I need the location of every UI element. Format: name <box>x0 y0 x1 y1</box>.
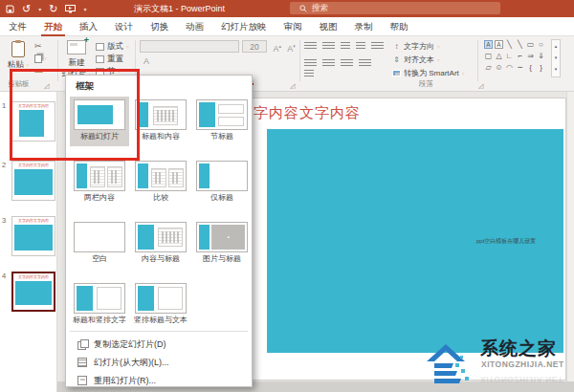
slide-thumbnail-3[interactable]: 3 文字内容文字内容 <box>11 216 55 256</box>
shrink-font-button[interactable]: A▾ <box>287 40 296 55</box>
layout-option-content-with-caption[interactable]: 内容与标题 <box>131 219 190 269</box>
down-arrow-shape-icon[interactable]: ⇓ <box>536 51 546 62</box>
font-name-combo[interactable] <box>140 40 239 53</box>
curve-shape-icon[interactable]: ∼ <box>515 62 525 74</box>
tab-file[interactable]: 文件 <box>0 17 35 36</box>
annotation-highlight-rectangle <box>10 69 140 161</box>
paragraph-group <box>304 40 390 67</box>
watermark-domain: XITONGZHIJIA.NET <box>481 359 564 369</box>
tab-design[interactable]: 设计 <box>106 17 142 36</box>
tab-help[interactable]: 帮助 <box>382 17 417 36</box>
layout-option-two-content[interactable]: 两栏内容 <box>70 158 129 207</box>
tab-view[interactable]: 视图 <box>311 17 346 36</box>
copy-button[interactable]: ▾ <box>34 52 55 63</box>
tab-animations[interactable]: 动画 <box>177 17 212 36</box>
shapes-scroll-arrows[interactable]: ▴ ▾ ▾ <box>551 39 561 77</box>
slide-note-text[interactable]: ppt空白模板在哪儿设置 <box>476 238 538 245</box>
layout-option-picture-with-caption[interactable]: 图片与标题 <box>192 219 252 269</box>
triangle-shape-icon[interactable]: △ <box>494 51 504 62</box>
reuse-slides-icon <box>77 376 87 385</box>
layout-thumb <box>135 161 187 191</box>
reset-button[interactable]: 重置 <box>96 53 132 65</box>
increase-indent-icon[interactable] <box>356 42 365 51</box>
thumb-cyan-block <box>14 225 53 250</box>
arc-shape-icon[interactable]: ◠ <box>504 62 515 74</box>
slides-from-outline-item[interactable]: 幻灯片(从大纲)(L)... <box>66 354 254 371</box>
layout-option-blank[interactable]: 空白 <box>70 219 129 269</box>
thumb-cyan-block <box>14 169 53 195</box>
arrow-line-shape-icon[interactable]: ╲ <box>515 39 525 51</box>
layout-option-title-vertical-text[interactable]: 标题和竖排文字 <box>70 280 129 330</box>
tab-record[interactable]: 录制 <box>346 17 382 36</box>
paragraph-group-label: 段落 <box>419 79 433 89</box>
tab-insert[interactable]: 插入 <box>71 17 106 36</box>
right-brace-shape-icon[interactable]: } <box>536 62 546 74</box>
copy-icon <box>34 54 42 63</box>
tab-home[interactable]: 开始 <box>35 17 71 36</box>
font-dialog-launcher[interactable]: ◿ <box>290 82 295 90</box>
text-direction-button[interactable]: ↕文字方向▾ <box>392 39 476 53</box>
connector-shape-icon[interactable]: ⌐ <box>515 51 525 62</box>
undo-caret-icon[interactable]: ▾ <box>38 6 41 12</box>
line-shape-icon[interactable]: ╲ <box>504 39 515 51</box>
layout-option-section-header[interactable]: 节标题 <box>192 97 252 146</box>
slide-cyan-block[interactable]: ppt空白模板在哪儿设置 <box>267 129 563 353</box>
slideshow-icon[interactable] <box>65 5 76 13</box>
columns-icon[interactable] <box>304 70 314 78</box>
qat-customize-icon[interactable]: ▾ <box>83 6 86 12</box>
redo-icon[interactable]: ↻ <box>49 0 57 17</box>
reset-icon <box>96 55 104 63</box>
bullets-icon[interactable] <box>304 42 317 51</box>
vertical-textbox-shape-icon[interactable]: A <box>494 39 504 51</box>
paste-caret-icon: ▾ <box>26 62 29 68</box>
decrease-indent-icon[interactable] <box>341 42 350 51</box>
slide-title-text[interactable]: 文字内容文字内容 <box>238 104 361 122</box>
justify-icon[interactable] <box>359 59 371 68</box>
menu-separator <box>70 331 248 332</box>
rectangle-shape-icon[interactable]: ▭ <box>525 39 536 51</box>
tab-transitions[interactable]: 切换 <box>142 17 177 36</box>
textbox-shape-icon[interactable]: A <box>483 39 494 51</box>
tab-slideshow[interactable]: 幻灯片放映 <box>212 17 276 36</box>
smiley-shape-icon[interactable]: ☺ <box>494 62 504 74</box>
elbow-connector-shape-icon[interactable]: ∟ <box>504 51 515 62</box>
shapes-scroll-up-icon: ▴ <box>552 40 560 52</box>
align-text-button[interactable]: ⇕对齐文本▾ <box>392 53 476 66</box>
slide-thumbnail-4[interactable]: 4 文字内容文字内容 <box>11 272 55 312</box>
tab-review[interactable]: 审阅 <box>276 17 311 36</box>
layout-option-vertical-title-text[interactable]: 竖排标题与文本 <box>131 280 190 330</box>
parallelogram-shape-icon[interactable]: ▱ <box>483 62 494 74</box>
reuse-slides-item[interactable]: 重用幻灯片(R)... <box>66 372 254 389</box>
left-brace-shape-icon[interactable]: { <box>525 62 536 74</box>
oval-shape-icon[interactable]: ○ <box>536 39 546 51</box>
undo-icon[interactable]: ↺ <box>22 0 31 17</box>
slide-thumbnail-2[interactable]: 2 文字内容文字内容 <box>11 161 55 201</box>
line-spacing-icon[interactable] <box>371 42 384 51</box>
thumb-cyan-block <box>15 281 52 305</box>
slide-number: 4 <box>2 272 6 280</box>
paragraph-column: ↕文字方向▾ ⇕对齐文本▾ 转换为 SmartArt▾ <box>392 39 476 79</box>
smartart-button[interactable]: 转换为 SmartArt▾ <box>392 66 476 79</box>
layout-option-title-only[interactable]: 仅标题 <box>192 158 252 207</box>
layout-option-title-and-content[interactable]: 标题和内容 <box>131 97 190 146</box>
align-left-icon[interactable] <box>304 59 317 68</box>
shapes-more-icon: ▾ <box>552 63 560 75</box>
search-icon <box>299 5 307 12</box>
save-icon[interactable] <box>6 5 14 13</box>
clear-formatting-button[interactable]: A <box>144 55 149 68</box>
search-box[interactable]: 搜索 <box>290 2 500 14</box>
numbering-icon[interactable] <box>322 42 335 51</box>
paragraph-dialog-launcher[interactable]: ◿ <box>478 82 483 90</box>
right-arrow-shape-icon[interactable]: ⇒ <box>525 51 536 62</box>
grow-font-button[interactable]: A▴ <box>273 40 281 55</box>
layout-thumb <box>196 99 248 130</box>
layout-button[interactable]: 版式▾ <box>96 40 132 53</box>
cut-button[interactable]: ✂ <box>34 40 55 52</box>
rounded-rectangle-shape-icon[interactable]: ▢ <box>483 51 494 62</box>
font-size-combo[interactable]: 20 <box>242 40 267 53</box>
align-center-icon[interactable] <box>322 59 335 68</box>
layout-option-comparison[interactable]: 比较 <box>131 158 190 207</box>
align-right-icon[interactable] <box>341 59 353 68</box>
duplicate-slides-item[interactable]: 复制选定幻灯片(D) <box>66 336 254 353</box>
group-divider <box>477 40 478 81</box>
